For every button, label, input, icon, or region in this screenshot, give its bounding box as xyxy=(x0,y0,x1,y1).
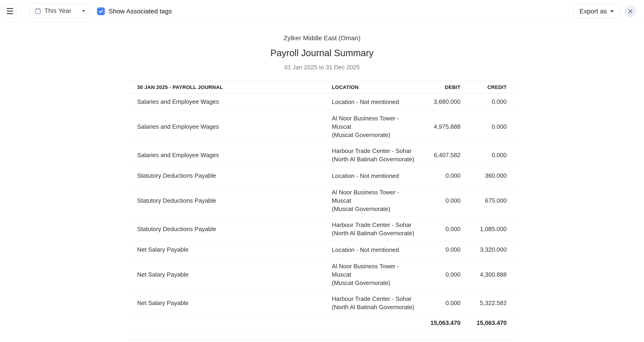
total-spacer xyxy=(128,315,332,331)
total-debit-cell: 15,063.470 xyxy=(418,315,460,331)
organization-name: Zylker Middle East (Oman) xyxy=(0,35,644,42)
location-cell: Harbour Trade Center - Sohar(North Al Ba… xyxy=(332,217,418,241)
show-associated-tags-toggle[interactable]: Show Associated tags xyxy=(97,0,172,23)
debit-cell: 4,975.888 xyxy=(418,111,460,143)
account-cell: Salaries and Employee Wages xyxy=(128,143,332,167)
checkbox-checked[interactable] xyxy=(97,8,105,15)
location-cell: Location - Not mentioned xyxy=(332,241,418,258)
toolbar-right-group: Export as xyxy=(573,0,644,23)
debit-cell: 6,407.582 xyxy=(418,143,460,167)
location-cell: Al Noor Business Tower - Muscat(Muscat G… xyxy=(332,184,418,217)
table-row: Salaries and Employee Wages Harbour Trad… xyxy=(128,143,516,167)
column-header-credit: CREDIT xyxy=(460,340,516,342)
column-header-location: LOCATION xyxy=(332,81,418,93)
table-header-row: 30 JAN 2025 - WAGE PAYMENT LOCATION DEBI… xyxy=(128,340,516,342)
account-cell: Net Salary Payable xyxy=(128,291,332,315)
column-header-location: LOCATION xyxy=(332,340,418,342)
credit-cell: 675.000 xyxy=(460,184,516,217)
column-header-debit: DEBIT xyxy=(418,340,460,342)
debit-cell: 0.000 xyxy=(418,217,460,241)
account-cell: Statutory Deductions Payable xyxy=(128,167,332,184)
credit-cell: 0.000 xyxy=(460,93,516,111)
section-header-title: 30 JAN 2025 - PAYROLL JOURNAL xyxy=(128,81,332,93)
table-row: Statutory Deductions Payable Harbour Tra… xyxy=(128,217,516,241)
location-cell: Location - Not mentioned xyxy=(332,93,418,111)
debit-cell: 0.000 xyxy=(418,184,460,217)
column-header-debit: DEBIT xyxy=(418,81,460,93)
account-cell: Net Salary Payable xyxy=(128,258,332,291)
report-date-range: 01 Jan 2025 to 31 Dec 2025 xyxy=(0,64,644,71)
close-button[interactable] xyxy=(624,5,636,17)
close-icon xyxy=(627,8,633,14)
table-row: Net Salary Payable Harbour Trade Center … xyxy=(128,291,516,315)
export-as-label: Export as xyxy=(580,8,607,15)
period-filter-value: This Year xyxy=(44,7,82,15)
journal-table: 30 JAN 2025 - WAGE PAYMENT LOCATION DEBI… xyxy=(128,340,516,342)
section-header-title: 30 JAN 2025 - WAGE PAYMENT xyxy=(128,340,332,342)
chevron-down-icon xyxy=(610,10,614,13)
credit-cell: 4,300.888 xyxy=(460,258,516,291)
credit-cell: 3,320.000 xyxy=(460,241,516,258)
total-row: 15,063.470 15,063.470 xyxy=(128,315,516,331)
table-header-row: 30 JAN 2025 - PAYROLL JOURNAL LOCATION D… xyxy=(128,81,516,93)
report-tables: 30 JAN 2025 - PAYROLL JOURNAL LOCATION D… xyxy=(128,81,516,342)
location-cell: Al Noor Business Tower - Muscat(Muscat G… xyxy=(332,111,418,143)
account-cell: Statutory Deductions Payable xyxy=(128,184,332,217)
journal-table: 30 JAN 2025 - PAYROLL JOURNAL LOCATION D… xyxy=(128,81,516,331)
location-cell: Location - Not mentioned xyxy=(332,167,418,184)
check-icon xyxy=(98,9,104,14)
credit-cell: 5,322.582 xyxy=(460,291,516,315)
report-view: Zylker Middle East (Oman) Payroll Journa… xyxy=(0,23,644,342)
column-header-credit: CREDIT xyxy=(460,81,516,93)
table-row: Salaries and Employee Wages Location - N… xyxy=(128,93,516,111)
account-cell: Net Salary Payable xyxy=(128,241,332,258)
account-cell: Salaries and Employee Wages xyxy=(128,93,332,111)
credit-cell: 1,085.000 xyxy=(460,217,516,241)
location-cell: Al Noor Business Tower - Muscat(Muscat G… xyxy=(332,258,418,291)
debit-cell: 0.000 xyxy=(418,258,460,291)
debit-cell: 3,680.000 xyxy=(418,93,460,111)
calendar-icon xyxy=(34,8,41,14)
toolbar: This Year Show Associated tags Export as xyxy=(0,0,644,23)
period-filter-dropdown[interactable]: This Year xyxy=(30,4,90,18)
total-spacer xyxy=(332,315,418,331)
credit-cell: 360.000 xyxy=(460,167,516,184)
table-row: Net Salary Payable Al Noor Business Towe… xyxy=(128,258,516,291)
table-row: Statutory Deductions Payable Al Noor Bus… xyxy=(128,184,516,217)
table-row: Statutory Deductions Payable Location - … xyxy=(128,167,516,184)
hamburger-icon xyxy=(7,8,13,14)
debit-cell: 0.000 xyxy=(418,241,460,258)
credit-cell: 0.000 xyxy=(460,143,516,167)
table-row: Salaries and Employee Wages Al Noor Busi… xyxy=(128,111,516,143)
chevron-down-icon xyxy=(82,10,85,12)
menu-button[interactable] xyxy=(3,4,17,18)
toolbar-divider xyxy=(21,0,21,22)
account-cell: Salaries and Employee Wages xyxy=(128,111,332,143)
account-cell: Statutory Deductions Payable xyxy=(128,217,332,241)
show-associated-tags-label: Show Associated tags xyxy=(108,8,172,15)
credit-cell: 0.000 xyxy=(460,111,516,143)
debit-cell: 0.000 xyxy=(418,167,460,184)
page-title: Payroll Journal Summary xyxy=(0,48,644,58)
export-as-button[interactable]: Export as xyxy=(573,4,620,19)
table-row: Net Salary Payable Location - Not mentio… xyxy=(128,241,516,258)
location-cell: Harbour Trade Center - Sohar(North Al Ba… xyxy=(332,143,418,167)
total-credit-cell: 15,063.470 xyxy=(460,315,516,331)
location-cell: Harbour Trade Center - Sohar(North Al Ba… xyxy=(332,291,418,315)
debit-cell: 0.000 xyxy=(418,291,460,315)
